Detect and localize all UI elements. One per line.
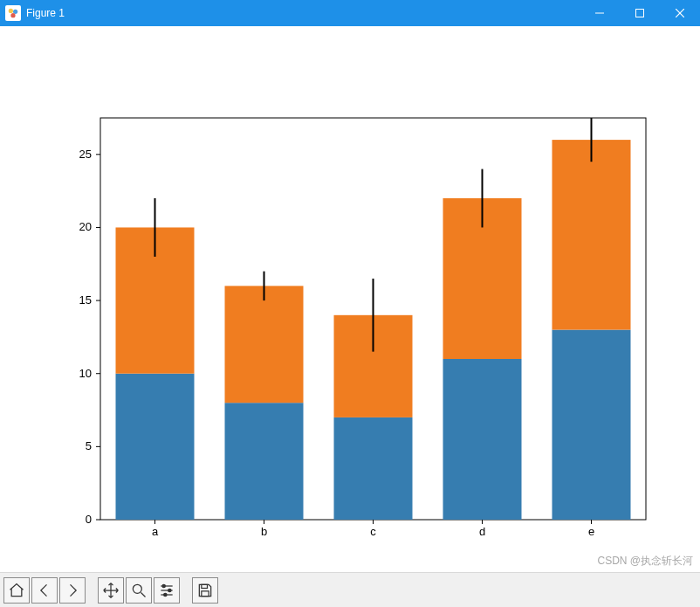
move-icon [102,582,120,599]
svg-point-7 [133,584,141,593]
x-tick-label: b [261,525,267,538]
stacked-bar-chart: 0510152025abcde [0,26,700,572]
bar-top [225,286,304,403]
home-button[interactable] [3,577,30,604]
bar-bottom [116,374,195,520]
y-tick-label: 10 [79,367,92,380]
back-button[interactable] [31,577,58,604]
y-tick-label: 15 [79,293,92,307]
svg-point-12 [162,584,165,587]
svg-point-0 [9,9,13,13]
x-tick-label: e [588,525,594,538]
svg-point-2 [10,13,15,17]
home-icon [8,582,25,599]
sliders-icon [158,582,175,599]
svg-rect-4 [636,10,644,17]
svg-line-8 [141,592,146,597]
window-minimize-button[interactable] [580,0,620,26]
bar-bottom [552,330,631,520]
bar-bottom [334,417,413,520]
y-tick-label: 25 [79,148,92,161]
pan-button[interactable] [98,577,124,604]
configure-subplots-button[interactable] [154,577,180,604]
y-tick-label: 5 [86,439,92,452]
svg-point-13 [168,589,171,591]
svg-rect-15 [202,584,208,588]
save-icon [196,582,214,599]
forward-button[interactable] [59,577,86,604]
zoom-icon [130,582,148,599]
svg-rect-16 [202,590,209,596]
window-maximize-button[interactable] [620,0,660,26]
bar-bottom [225,403,304,520]
app-icon [5,5,21,21]
bar-top [552,140,631,329]
svg-point-14 [164,593,167,596]
y-tick-label: 20 [79,220,92,233]
svg-point-1 [13,10,17,14]
x-tick-label: c [370,525,376,538]
arrow-right-icon [64,582,81,599]
matplotlib-toolbar [0,572,700,607]
zoom-button[interactable] [126,577,152,604]
window-title: Figure 1 [26,7,65,19]
chart-canvas: 0510152025abcde [0,26,700,572]
arrow-left-icon [36,582,53,599]
x-tick-label: d [479,525,485,538]
x-tick-label: a [152,525,159,538]
y-tick-label: 0 [86,513,92,526]
window-titlebar: Figure 1 [0,0,700,26]
bar-bottom [443,359,522,520]
save-button[interactable] [192,577,218,604]
window-close-button[interactable] [660,0,700,26]
